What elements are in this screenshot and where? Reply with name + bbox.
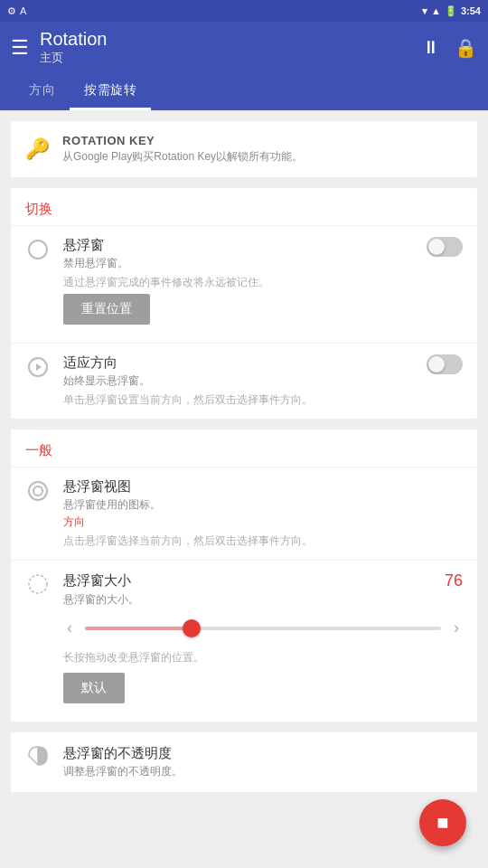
key-icon: 🔑 [25,137,50,161]
floating-window-title: 悬浮窗 [63,237,414,254]
app-title: Rotation [40,29,108,50]
tab-direction[interactable]: 方向 [14,73,70,110]
floating-view-row[interactable]: 悬浮窗视图 悬浮窗使用的图标。 方向 点击悬浮窗选择当前方向，然后双击选择事件方… [11,467,477,560]
app-bar-title: Rotation 主页 [40,29,108,66]
floating-view-subtitle-red: 方向 [63,514,463,530]
adaptive-direction-toggle[interactable] [427,354,463,374]
svg-point-3 [29,482,47,500]
opacity-row[interactable]: 悬浮窗的不透明度 调整悬浮窗的不透明度。 [11,732,477,792]
floating-view-subtitle: 悬浮窗使用的图标。 [63,497,463,513]
opacity-content: 悬浮窗的不透明度 调整悬浮窗的不透明度。 [63,745,183,779]
time-display: 3:54 [461,5,481,16]
floating-view-icon [25,480,51,502]
content-area: 🔑 ROTATION KEY 从Google Play购买Rotation Ke… [0,121,488,792]
slider-description: 长按拖动改变悬浮窗的位置。 [63,650,463,665]
general-section-header: 一般 [11,429,477,467]
toggle-knob [428,239,445,255]
slider-right-arrow[interactable]: › [450,615,463,641]
wifi-icon: ▾ [422,5,427,17]
app-bar-actions: ⏸ 🔒 [422,37,477,59]
tab-rotate-on-demand[interactable]: 按需旋转 [70,73,151,110]
status-bar-right: ▾ ▲ 🔋 3:54 [422,5,481,17]
fab-icon: ■ [436,811,448,835]
opacity-icon [25,745,51,767]
floating-window-row: 悬浮窗 禁用悬浮窗。 通过悬浮窗完成的事件修改将永远被记住。 重置位置 [11,225,477,343]
default-button[interactable]: 默认 [63,673,125,703]
opacity-title: 悬浮窗的不透明度 [63,745,183,762]
floating-window-toggle-container [427,237,463,257]
floating-window-subtitle: 禁用悬浮窗。 [63,256,414,271]
adaptive-direction-desc: 单击悬浮窗设置当前方向，然后双击选择事件方向。 [63,392,414,408]
lock-button[interactable]: 🔒 [455,37,477,59]
status-bar-left: ⚙ A [7,5,26,17]
app-icon-1: ⚙ [7,5,16,17]
floating-window-toggle[interactable] [427,237,463,257]
slider-left-arrow[interactable]: ‹ [63,615,76,641]
app-subtitle: 主页 [40,50,108,66]
app-icon-2: A [20,5,26,16]
adaptive-direction-title: 适应方向 [63,354,414,372]
floating-window-content: 悬浮窗 禁用悬浮窗。 通过悬浮窗完成的事件修改将永远被记住。 重置位置 [63,237,414,332]
floating-view-content: 悬浮窗视图 悬浮窗使用的图标。 方向 点击悬浮窗选择当前方向，然后双击选择事件方… [63,478,463,549]
opacity-subtitle: 调整悬浮窗的不透明度。 [63,764,183,779]
slider-track[interactable] [85,627,441,630]
app-bar-left: ☰ Rotation 主页 [11,29,108,66]
adaptive-direction-row: 适应方向 始终显示悬浮窗。 单击悬浮窗设置当前方向，然后双击选择事件方向。 [11,343,477,419]
tab-bar: 方向 按需旋转 [0,73,488,110]
slider-container: ‹ › [63,608,463,645]
floating-window-icon [25,239,51,260]
key-text: ROTATION KEY 从Google Play购买Rotation Key以… [62,134,303,165]
reset-position-button[interactable]: 重置位置 [63,294,150,325]
floating-size-title: 悬浮窗大小 [63,572,131,590]
svg-point-5 [29,575,47,593]
slider-thumb[interactable] [183,619,201,637]
rotation-key-banner: 🔑 ROTATION KEY 从Google Play购买Rotation Ke… [11,121,477,177]
slider-fill [85,627,192,630]
signal-icon: ▲ [431,5,441,16]
svg-marker-2 [36,363,42,371]
floating-size-content: 悬浮窗大小 76 悬浮窗的大小。 ‹ › 长按拖动改变悬浮窗的位置。 默认 [63,571,463,711]
key-title: ROTATION KEY [62,134,303,147]
floating-view-desc: 点击悬浮窗选择当前方向，然后双击选择事件方向。 [63,533,463,549]
svg-point-4 [33,486,42,495]
floating-size-subtitle: 悬浮窗的大小。 [63,592,463,608]
floating-size-value: 76 [445,571,463,590]
adaptive-direction-toggle-container [427,354,463,374]
switch-section-header: 切换 [11,188,477,225]
floating-size-icon [25,573,51,595]
status-bar: ⚙ A ▾ ▲ 🔋 3:54 [0,0,488,22]
floating-window-desc: 通过悬浮窗完成的事件修改将永远被记住。 [63,275,414,290]
toggle-knob-2 [428,356,445,373]
key-description: 从Google Play购买Rotation Key以解锁所有功能。 [62,149,303,165]
fab-button[interactable]: ■ [419,799,466,846]
general-section-card: 一般 悬浮窗视图 悬浮窗使用的图标。 方向 点击悬浮窗选择当前方向，然后双击选择… [11,429,477,722]
adaptive-direction-icon [25,356,51,378]
switch-section-card: 切换 悬浮窗 禁用悬浮窗。 通过悬浮窗完成的事件修改将永远被记住。 重置位置 [11,188,477,419]
floating-size-row: 悬浮窗大小 76 悬浮窗的大小。 ‹ › 长按拖动改变悬浮窗的位置。 默认 [11,560,477,722]
adaptive-direction-content: 适应方向 始终显示悬浮窗。 单击悬浮窗设置当前方向，然后双击选择事件方向。 [63,354,414,408]
adaptive-direction-subtitle: 始终显示悬浮窗。 [63,373,414,389]
floating-view-title: 悬浮窗视图 [63,478,463,495]
app-bar: ☰ Rotation 主页 ⏸ 🔒 [0,22,488,73]
svg-point-0 [29,241,47,259]
menu-icon[interactable]: ☰ [11,36,29,60]
battery-icon: 🔋 [445,5,457,17]
pause-button[interactable]: ⏸ [422,37,440,58]
